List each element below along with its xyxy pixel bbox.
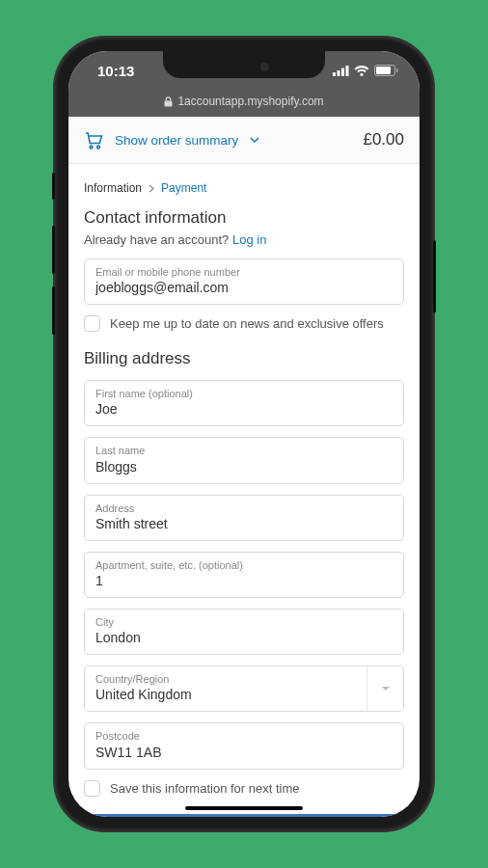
country-value: United Kingdom [95,686,393,704]
save-info-row[interactable]: Save this information for next time [84,780,404,797]
url-text: 1accountapp.myshopify.com [177,95,323,108]
apartment-label: Apartment, suite, etc. (optional) [95,558,393,572]
marketing-checkbox[interactable] [84,315,100,332]
volume-down-button [52,286,55,335]
save-info-checkbox[interactable] [84,780,100,797]
svg-rect-6 [376,67,391,74]
contact-section: Contact information Already have an acco… [68,195,420,332]
contact-subtext: Already have an account? Log in [84,232,404,247]
home-indicator[interactable] [185,806,303,811]
order-total: £0.00 [363,130,404,149]
svg-rect-3 [346,66,349,76]
volume-up-button [52,226,55,274]
contact-sub-label: Already have an account? [84,232,232,247]
first-name-label: First name (optional) [95,387,393,400]
continue-button[interactable]: Continue to payment [84,814,404,818]
svg-rect-2 [341,68,344,76]
save-info-label: Save this information for next time [110,781,300,796]
country-dropdown-icon[interactable] [366,666,403,711]
city-field[interactable]: City [84,609,404,655]
postcode-label: Postcode [95,729,393,743]
svg-rect-7 [396,68,398,72]
caret-down-icon [381,686,391,692]
summary-label: Show order summary [115,133,238,148]
address-field[interactable]: Address [84,495,404,541]
email-label: Email or mobile phone number [95,265,393,279]
first-name-field[interactable]: First name (optional) [84,380,404,426]
svg-point-4 [360,72,363,75]
screen: 10:13 1accountapp.myshopify.com Show ord… [68,51,420,817]
contact-heading: Contact information [84,208,404,228]
chevron-down-icon [250,137,259,143]
breadcrumb-step-payment[interactable]: Payment [161,181,206,195]
status-time: 10:13 [97,63,134,79]
power-button [433,240,436,312]
login-link[interactable]: Log in [232,232,266,247]
email-field-wrap[interactable]: Email or mobile phone number [84,258,404,305]
last-name-field[interactable]: Last name [84,437,404,483]
breadcrumb-step-information[interactable]: Information [84,181,142,195]
last-name-label: Last name [95,444,393,457]
cart-icon [84,131,103,149]
last-name-input[interactable] [95,458,393,476]
battery-icon [374,65,398,76]
svg-rect-0 [333,72,336,76]
email-input[interactable] [95,279,393,297]
svg-rect-8 [165,100,173,106]
order-summary-toggle[interactable]: Show order summary £0.00 [68,117,420,164]
cellular-icon [333,66,349,76]
content-area[interactable]: Show order summary £0.00 Information Pay… [68,117,420,817]
postcode-field[interactable]: Postcode [84,722,404,769]
country-label: Country/Region [95,672,393,686]
svg-rect-1 [338,70,340,76]
svg-point-9 [90,146,93,149]
chevron-right-icon [149,184,154,193]
silent-switch [52,173,55,200]
svg-point-10 [97,146,100,149]
status-indicators [333,65,398,76]
postcode-input[interactable] [95,744,393,762]
address-input[interactable] [95,515,393,533]
url-bar[interactable]: 1accountapp.myshopify.com [68,90,420,117]
city-label: City [95,615,393,629]
phone-frame: 10:13 1accountapp.myshopify.com Show ord… [55,38,433,830]
billing-heading: Billing address [84,349,404,368]
marketing-optin-row[interactable]: Keep me up to date on news and exclusive… [84,315,404,332]
apartment-input[interactable] [95,572,393,590]
marketing-label: Keep me up to date on news and exclusive… [110,316,384,331]
wifi-icon [354,66,369,76]
status-bar: 10:13 [68,51,420,90]
lock-icon [164,96,173,107]
country-field[interactable]: Country/Region United Kingdom [84,665,404,712]
address-label: Address [95,502,393,515]
billing-section: Billing address First name (optional) La… [68,336,420,796]
first-name-input[interactable] [95,400,393,419]
city-input[interactable] [95,629,393,647]
breadcrumb: Information Payment [68,164,420,195]
apartment-field[interactable]: Apartment, suite, etc. (optional) [84,552,404,598]
